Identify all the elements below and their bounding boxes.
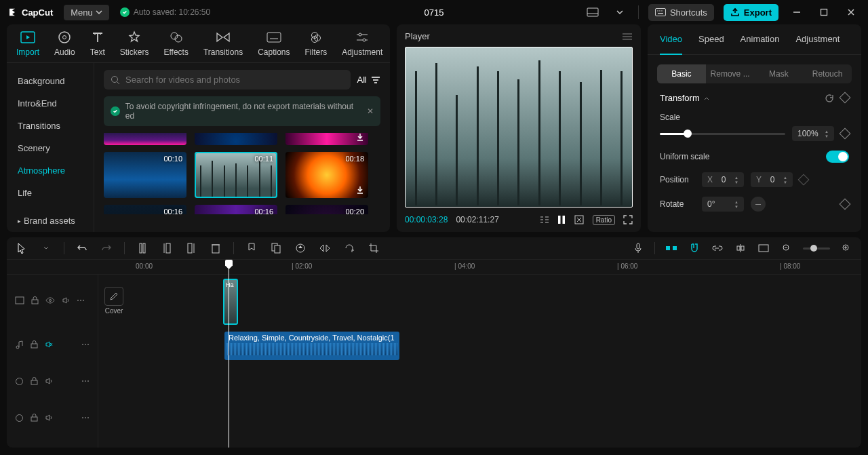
scale-icon[interactable] [574,214,585,225]
lock-icon[interactable] [31,414,38,422]
timeline-tracks[interactable]: Ha Relaxing, Simple, Countryside, Travel… [98,275,861,448]
link-tool[interactable] [711,241,724,255]
media-thumb-selected[interactable]: 00:11 [195,152,277,198]
keyframe-icon[interactable] [798,174,810,186]
pointer-chevron[interactable] [39,241,53,255]
subtab-retouch[interactable]: Retouch [803,64,852,83]
ratio-button[interactable]: Ratio [593,215,615,225]
undo-button[interactable] [75,241,89,255]
audio-clip[interactable]: Relaxing, Simple, Countryside, Travel, N… [224,332,399,360]
export-button[interactable]: Export [724,4,778,21]
fullscreen-icon[interactable] [623,215,633,224]
eye-icon[interactable] [45,297,55,304]
media-thumb[interactable]: 00:18 [285,152,368,198]
tab-effects[interactable]: Effects [163,30,188,62]
shortcuts-button[interactable]: Shortcuts [648,4,714,21]
video-track-icon[interactable] [15,296,24,304]
maximize-button[interactable] [815,3,833,21]
download-icon[interactable] [355,184,366,195]
tab-filters[interactable]: Filters [305,30,328,62]
rotate-value[interactable]: 0°▲▼ [702,197,744,212]
track-icon[interactable] [15,414,24,422]
lock-icon[interactable] [31,340,38,349]
rtab-video[interactable]: Video [660,24,682,55]
media-thumb[interactable]: 00:16 [195,205,277,214]
time-ruler[interactable]: 00:00 | 02:00 | 04:00 | 06:00 | 08:00 [7,260,861,275]
crop-tool[interactable] [367,241,380,255]
tab-audio[interactable]: Audio [54,30,75,62]
speaker-icon[interactable] [45,414,53,422]
tab-captions[interactable]: Captions [258,30,290,62]
copy-tool[interactable] [269,241,283,255]
lock-icon[interactable] [31,296,39,304]
subtab-remove[interactable]: Remove ... [706,64,755,83]
redo-button[interactable] [100,241,113,255]
search-input-wrap[interactable] [104,70,351,90]
rtab-animation[interactable]: Animation [741,24,780,54]
scale-slider[interactable] [660,133,785,135]
tab-stickers[interactable]: Stickers [120,30,149,62]
subtab-basic[interactable]: Basic [657,64,706,83]
media-thumb[interactable] [285,133,368,145]
sidebar-item-transitions[interactable]: Transitions [7,115,94,137]
menu-button[interactable]: Menu [64,5,109,20]
minimize-button[interactable] [788,3,806,21]
layout-button[interactable] [584,3,601,21]
rtab-speed[interactable]: Speed [698,24,724,54]
sidebar-item-introend[interactable]: Intro&End [7,92,94,115]
keyframe-icon[interactable] [840,128,851,140]
scale-value[interactable]: 100%▲▼ [792,126,834,141]
sidebar-item-life[interactable]: Life [7,182,94,204]
lock-icon[interactable] [31,377,38,385]
close-button[interactable] [842,3,860,21]
mic-tool[interactable] [631,241,645,255]
align-tool[interactable] [734,241,747,255]
notice-close[interactable]: ✕ [367,106,374,116]
layout-chevron[interactable] [611,3,629,21]
tab-adjustment[interactable]: Adjustment [342,30,382,62]
media-thumb[interactable]: 00:10 [104,152,186,198]
magnet-tool[interactable] [688,241,701,255]
zoom-out[interactable] [780,241,793,255]
uniform-toggle[interactable] [826,151,849,163]
reset-icon[interactable] [825,94,834,103]
pointer-tool[interactable] [15,241,28,255]
delete-tool[interactable] [209,241,222,255]
subtab-mask[interactable]: Mask [755,64,804,83]
split-tool[interactable] [136,241,149,255]
tab-transitions[interactable]: Transitions [203,30,243,62]
sidebar-item-atmosphere[interactable]: Atmosphere [7,159,94,182]
tab-text[interactable]: Text [90,30,105,62]
trim-left-tool[interactable] [160,241,174,255]
trim-right-tool[interactable] [184,241,198,255]
snap-tool[interactable] [665,241,678,255]
mirror-tool[interactable] [318,241,332,255]
media-thumb[interactable] [195,133,277,145]
music-track-icon[interactable] [15,340,24,349]
zoom-in[interactable] [840,241,853,255]
media-thumb[interactable]: 00:20 [285,205,368,214]
sidebar-item-background[interactable]: Background [7,70,94,92]
media-thumb[interactable]: 00:16 [104,205,186,214]
position-x[interactable]: X0▲▼ [702,172,744,187]
pause-button[interactable] [557,215,566,224]
rtab-adjustment[interactable]: Adjustment [795,24,840,54]
keyframe-icon[interactable] [840,199,851,210]
video-clip[interactable]: Ha [223,279,238,325]
video-preview[interactable] [405,47,633,207]
rotate-dial[interactable] [751,197,766,212]
position-y[interactable]: Y0▲▼ [751,172,793,187]
download-icon[interactable] [355,133,366,142]
marker-tool[interactable] [245,241,258,255]
speaker-icon[interactable] [45,377,53,385]
preview-tool[interactable] [757,241,770,255]
track-icon[interactable] [15,377,24,386]
playhead[interactable] [229,260,229,448]
player-menu-icon[interactable] [622,33,633,41]
zoom-slider[interactable] [803,248,830,250]
reverse-tool[interactable] [294,241,307,255]
media-thumb[interactable] [104,133,186,145]
speaker-icon[interactable] [62,296,70,304]
sidebar-item-brand[interactable]: ▸Brand assets [7,210,94,232]
tab-import[interactable]: Import [16,30,39,62]
